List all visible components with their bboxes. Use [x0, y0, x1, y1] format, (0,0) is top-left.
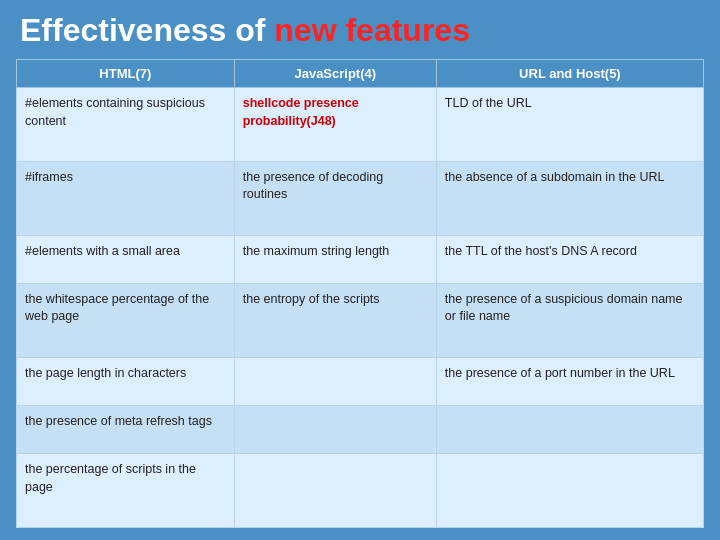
cell-js: shellcode presence probability(J48) — [234, 88, 436, 162]
slide: Effectiveness of new features HTML(7) Ja… — [0, 0, 720, 540]
cell-html: the whitespace percentage of the web pag… — [17, 283, 235, 357]
cell-url: the absence of a subdomain in the URL — [436, 161, 703, 235]
header-html: HTML(7) — [17, 60, 235, 88]
cell-html: the presence of meta refresh tags — [17, 405, 235, 453]
table-row: #elements containing suspicious contents… — [17, 88, 704, 162]
table-row: #elements with a small areathe maximum s… — [17, 235, 704, 283]
cell-js — [234, 454, 436, 528]
cell-url: the presence of a suspicious domain name… — [436, 283, 703, 357]
table-row: the whitespace percentage of the web pag… — [17, 283, 704, 357]
cell-html: #elements containing suspicious content — [17, 88, 235, 162]
cell-url — [436, 454, 703, 528]
slide-title: Effectiveness of new features — [16, 12, 704, 49]
header-url: URL and Host(5) — [436, 60, 703, 88]
cell-js: the presence of decoding routines — [234, 161, 436, 235]
title-prefix: Effectiveness of — [20, 12, 274, 48]
cell-url: the presence of a port number in the URL — [436, 357, 703, 405]
title-highlight: new features — [274, 12, 470, 48]
cell-js: the entropy of the scripts — [234, 283, 436, 357]
cell-html: the percentage of scripts in the page — [17, 454, 235, 528]
features-table: HTML(7) JavaScript(4) URL and Host(5) #e… — [16, 59, 704, 528]
cell-js: the maximum string length — [234, 235, 436, 283]
cell-js — [234, 357, 436, 405]
cell-html: the page length in characters — [17, 357, 235, 405]
cell-url: TLD of the URL — [436, 88, 703, 162]
table-row: #iframesthe presence of decoding routine… — [17, 161, 704, 235]
cell-url — [436, 405, 703, 453]
cell-url: the TTL of the host's DNS A record — [436, 235, 703, 283]
cell-js — [234, 405, 436, 453]
header-js: JavaScript(4) — [234, 60, 436, 88]
cell-html: #iframes — [17, 161, 235, 235]
table-row: the page length in charactersthe presenc… — [17, 357, 704, 405]
cell-html: #elements with a small area — [17, 235, 235, 283]
table-row: the percentage of scripts in the page — [17, 454, 704, 528]
table-row: the presence of meta refresh tags — [17, 405, 704, 453]
